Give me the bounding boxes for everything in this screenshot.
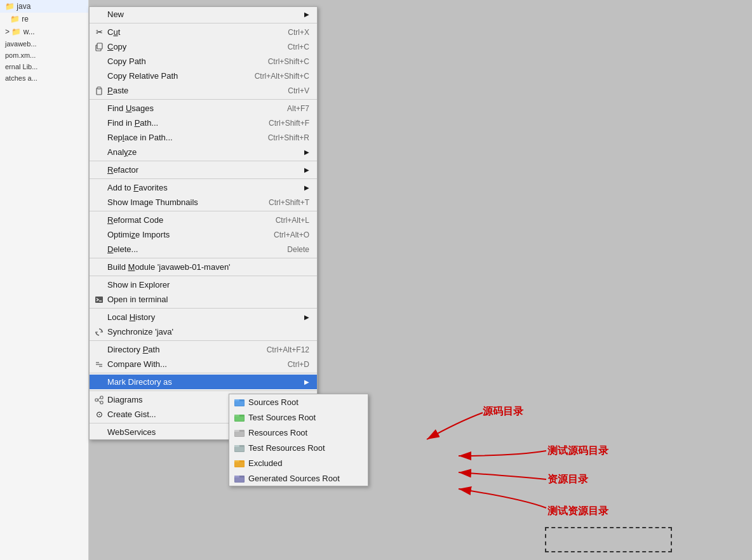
separator-10 [90, 373, 317, 373]
annotation-test-sources: 测试源码目录 [547, 444, 608, 458]
menu-item-build-module[interactable]: Build Module 'javaweb-01-maven' [90, 260, 317, 274]
svg-rect-9 [95, 399, 98, 401]
submenu-item-sources-root[interactable]: Sources Root [229, 394, 368, 410]
annotation-test-resources: 测试资源目录 [547, 505, 608, 518]
submenu-arrow-mark: ▶ [304, 378, 309, 385]
panel-item-w[interactable]: > 📁 w... [0, 25, 88, 38]
menu-item-new[interactable]: New ▶ [90, 7, 317, 22]
submenu-item-generated-sources-root[interactable]: Generated Sources Root [229, 470, 368, 486]
menu-item-mark-directory[interactable]: Mark Directory as ▶ [90, 375, 317, 389]
dashed-annotation-box [545, 527, 672, 552]
separator-9 [90, 340, 317, 341]
resources-root-label: Resources Root [248, 428, 307, 437]
submenu-arrow-history: ▶ [304, 314, 309, 321]
svg-rect-21 [234, 430, 239, 432]
context-menu: New ▶ ✂ Cut Ctrl+X Copy Ctrl+C Copy Path… [89, 6, 318, 440]
menu-item-show-explorer[interactable]: Show in Explorer [90, 277, 317, 292]
menu-item-copy-path[interactable]: Copy Path Ctrl+Shift+C [90, 54, 317, 69]
menu-item-local-history[interactable]: Local History ▶ [90, 310, 317, 324]
menu-item-open-terminal[interactable]: Open in terminal [90, 292, 317, 307]
svg-rect-25 [235, 447, 244, 451]
panel-item-scratches[interactable]: atches a... [0, 72, 88, 84]
separator-1 [90, 23, 317, 23]
test-resources-root-icon [234, 443, 245, 453]
left-panel: 📁 java 📁 re > 📁 w... javaweb... pom.xm..… [0, 0, 89, 560]
menu-item-cut[interactable]: ✂ Cut Ctrl+X [90, 25, 317, 39]
svg-rect-1 [97, 43, 102, 49]
separator-2 [90, 99, 317, 100]
svg-rect-30 [234, 476, 239, 477]
svg-rect-15 [234, 399, 239, 401]
svg-rect-3 [97, 87, 101, 89]
menu-item-directory-path[interactable]: Directory Path Ctrl+Alt+F12 [90, 342, 317, 357]
annotation-resources: 资源目录 [547, 473, 588, 486]
separator-5 [90, 211, 317, 211]
menu-item-find-in-path[interactable]: Find in Path... Ctrl+Shift+F [90, 116, 317, 130]
submenu-item-test-sources-root[interactable]: Test Sources Root [229, 410, 368, 425]
submenu-item-resources-root[interactable]: Resources Root [229, 425, 368, 440]
svg-rect-22 [235, 432, 244, 436]
separator-11 [90, 390, 317, 391]
submenu-mark-directory: Sources Root Test Sources Root Resources… [229, 394, 368, 486]
panel-item-java[interactable]: 📁 java [0, 0, 88, 13]
svg-rect-31 [235, 477, 244, 482]
excluded-label: Excluded [248, 458, 282, 468]
svg-rect-28 [235, 462, 244, 467]
test-sources-root-icon [234, 412, 245, 422]
menu-item-optimize-imports[interactable]: Optimize Imports Ctrl+Alt+O [90, 227, 317, 242]
resources-root-icon [234, 427, 245, 437]
panel-item-pom[interactable]: pom.xm... [0, 50, 88, 61]
generated-sources-root-label: Generated Sources Root [248, 474, 340, 483]
menu-item-image-thumbnails[interactable]: Show Image Thumbnails Ctrl+Shift+T [90, 195, 317, 210]
submenu-arrow-refactor: ▶ [304, 166, 309, 173]
menu-item-copy-relative-path[interactable]: Copy Relative Path Ctrl+Alt+Shift+C [90, 69, 317, 83]
submenu-item-excluded[interactable]: Excluded [229, 455, 368, 470]
separator-8 [90, 308, 317, 309]
panel-item-re[interactable]: 📁 re [0, 13, 88, 25]
svg-rect-16 [235, 401, 244, 406]
panel-item-external-lib[interactable]: ernal Lib... [0, 61, 88, 72]
menu-item-reformat-code[interactable]: Reformat Code Ctrl+Alt+L [90, 213, 317, 227]
separator-4 [90, 178, 317, 179]
separator-6 [90, 258, 317, 258]
svg-line-13 [98, 400, 100, 403]
menu-item-copy[interactable]: Copy Ctrl+C [90, 39, 317, 54]
menu-item-synchronize[interactable]: Synchronize 'java' [90, 324, 317, 339]
menu-item-refactor[interactable]: Refactor ▶ [90, 163, 317, 177]
sources-root-label: Sources Root [248, 397, 299, 407]
generated-sources-root-icon [234, 473, 245, 483]
copy-icon [93, 43, 105, 51]
svg-line-12 [98, 397, 100, 400]
submenu-arrow-analyze: ▶ [304, 149, 309, 156]
menu-item-add-favorites[interactable]: Add to Favorites ▶ [90, 180, 317, 195]
svg-rect-18 [234, 415, 239, 417]
separator-3 [90, 161, 317, 161]
panel-item-javaweb[interactable]: javaweb... [0, 38, 88, 50]
menu-item-analyze[interactable]: Analyze ▶ [90, 145, 317, 159]
diagrams-icon [93, 396, 105, 404]
terminal-icon [93, 295, 105, 304]
menu-item-compare-with[interactable]: Compare With... Ctrl+D [90, 357, 317, 371]
paste-icon [93, 86, 105, 95]
sources-root-icon [234, 397, 245, 407]
annotation-sources: 源码目录 [483, 405, 523, 418]
svg-rect-27 [234, 460, 239, 462]
svg-rect-10 [100, 396, 103, 399]
scissors-icon: ✂ [93, 27, 105, 37]
separator-7 [90, 276, 317, 276]
submenu-arrow-new: ▶ [304, 11, 309, 18]
submenu-item-test-resources-root[interactable]: Test Resources Root [229, 440, 368, 455]
test-sources-root-label: Test Sources Root [248, 413, 316, 422]
compare-icon [93, 360, 105, 369]
gist-icon: ⊙ [93, 410, 105, 419]
test-resources-root-label: Test Resources Root [248, 443, 325, 453]
menu-item-delete[interactable]: Delete... Delete [90, 242, 317, 257]
sync-icon [93, 328, 105, 337]
svg-rect-11 [100, 401, 103, 404]
submenu-arrow-favorites: ▶ [304, 184, 309, 191]
menu-item-paste[interactable]: Paste Ctrl+V [90, 83, 317, 98]
svg-rect-19 [235, 417, 244, 421]
menu-item-find-usages[interactable]: Find Usages Alt+F7 [90, 101, 317, 116]
menu-item-replace-in-path[interactable]: Replace in Path... Ctrl+Shift+R [90, 130, 317, 145]
svg-rect-24 [234, 445, 239, 447]
